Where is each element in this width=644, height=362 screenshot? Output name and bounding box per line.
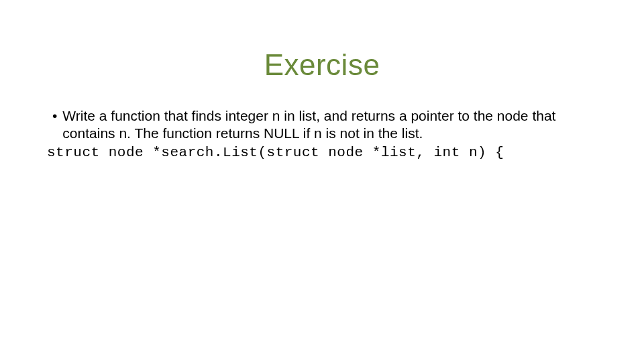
code-snippet: struct node *search.List(struct node *li… — [47, 144, 597, 162]
bullet-marker: • — [52, 107, 57, 125]
slide-title: Exercise — [0, 48, 644, 82]
slide-container: Exercise • Write a function that finds i… — [0, 48, 644, 362]
slide-content: • Write a function that finds integer n … — [0, 107, 644, 162]
bullet-text: Write a function that finds integer n in… — [62, 107, 597, 143]
bullet-item: • Write a function that finds integer n … — [47, 107, 597, 143]
